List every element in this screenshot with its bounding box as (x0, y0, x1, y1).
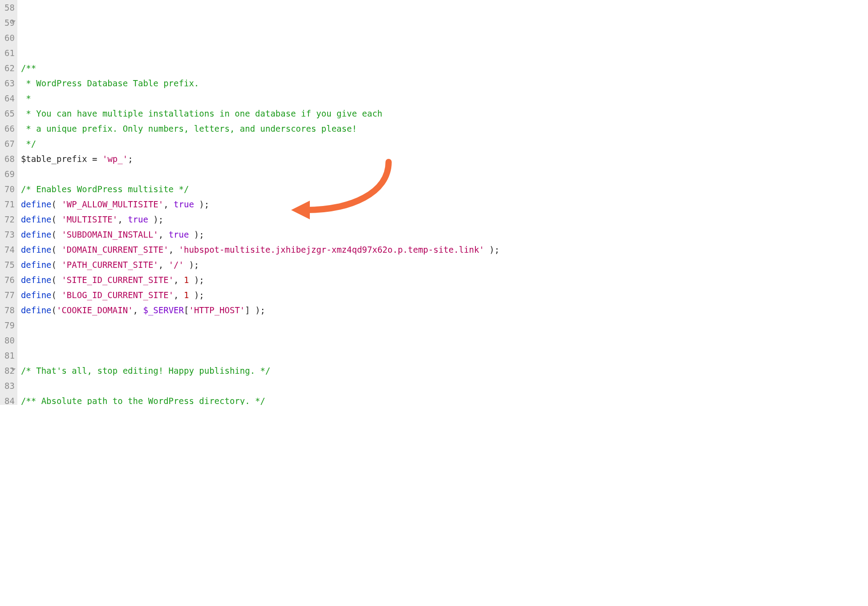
code-token: ( (52, 290, 62, 300)
code-line[interactable] (21, 318, 570, 333)
code-token: * (21, 93, 31, 103)
line-number: 80 (4, 333, 15, 348)
code-token: define (21, 290, 52, 300)
line-number: 74 (4, 242, 15, 257)
code-token: ( (52, 260, 62, 270)
code-token: 'SUBDOMAIN_INSTALL' (61, 230, 158, 239)
code-line[interactable]: /* Enables WordPress multisite */ (21, 182, 570, 197)
code-line[interactable]: define( 'MULTISITE', true ); (21, 212, 570, 227)
code-token: ( (52, 230, 62, 239)
code-token: ); (189, 230, 204, 239)
line-number: 81 (4, 348, 15, 363)
code-line[interactable]: define( 'PATH_CURRENT_SITE', '/' ); (21, 257, 570, 272)
code-editor[interactable]: 5859606162636465666768697071727374757677… (0, 0, 570, 405)
code-line[interactable]: * You can have multiple installations in… (21, 106, 570, 121)
fold-marker-icon[interactable] (11, 20, 16, 23)
line-number: 62 (4, 61, 15, 76)
code-line[interactable] (21, 348, 570, 363)
code-token: true (169, 230, 189, 239)
line-number: 66 (4, 121, 15, 136)
code-token: , (169, 245, 179, 255)
code-token: ; (128, 154, 133, 164)
code-token: ); (250, 305, 265, 315)
code-line[interactable]: $table_prefix = 'wp_'; (21, 151, 570, 166)
code-content[interactable]: /** * WordPress Database Table prefix. *… (17, 0, 570, 405)
code-token: $table_prefix (21, 154, 87, 164)
fold-marker-icon[interactable] (11, 368, 16, 371)
code-token: ] (245, 305, 250, 315)
code-line[interactable]: define('COOKIE_DOMAIN', $_SERVER['HTTP_H… (21, 303, 570, 318)
code-token: ); (189, 275, 204, 285)
code-line[interactable]: define( 'SITE_ID_CURRENT_SITE', 1 ); (21, 272, 570, 287)
code-token: define (21, 199, 52, 209)
line-number: 72 (4, 212, 15, 227)
code-token: ( (52, 214, 62, 224)
code-token: 'BLOG_ID_CURRENT_SITE' (61, 290, 174, 300)
code-token: /** Absolute path to the WordPress direc… (21, 396, 265, 405)
code-token: ); (184, 260, 199, 270)
code-token: define (21, 305, 52, 315)
code-token: define (21, 245, 52, 255)
code-line[interactable]: define( 'DOMAIN_CURRENT_SITE', 'hubspot-… (21, 242, 570, 257)
code-token: 'HTTP_HOST' (189, 305, 245, 315)
code-line[interactable]: define( 'WP_ALLOW_MULTISITE', true ); (21, 197, 570, 212)
code-line[interactable]: * WordPress Database Table prefix. (21, 76, 570, 91)
code-line[interactable]: /** (21, 61, 570, 76)
code-token: ( (52, 275, 62, 285)
code-line[interactable]: * a unique prefix. Only numbers, letters… (21, 121, 570, 136)
code-line[interactable] (21, 378, 570, 393)
code-line[interactable]: /** Absolute path to the WordPress direc… (21, 393, 570, 405)
code-token: 1 (184, 275, 189, 285)
line-number: 64 (4, 91, 15, 106)
code-line[interactable] (21, 45, 570, 61)
line-number: 79 (4, 318, 15, 333)
code-token: , (118, 214, 128, 224)
code-line[interactable] (21, 333, 570, 348)
line-number: 60 (4, 30, 15, 45)
code-token: '/' (169, 260, 184, 270)
code-token: , (158, 230, 169, 239)
code-token: * You can have multiple installations in… (21, 109, 382, 118)
code-token: , (163, 199, 174, 209)
code-token: 'WP_ALLOW_MULTISITE' (61, 199, 163, 209)
line-number: 61 (4, 45, 15, 61)
line-number: 71 (4, 197, 15, 212)
code-line[interactable] (21, 166, 570, 182)
code-token: ( (52, 245, 62, 255)
code-token: define (21, 230, 52, 239)
line-number: 70 (4, 182, 15, 197)
code-line[interactable]: /* That's all, stop editing! Happy publi… (21, 363, 570, 378)
code-token: /* That's all, stop editing! Happy publi… (21, 366, 271, 376)
code-line[interactable]: */ (21, 136, 570, 151)
line-number: 67 (4, 136, 15, 151)
code-token: , (133, 305, 143, 315)
code-token: 'MULTISITE' (61, 214, 118, 224)
code-token: true (174, 199, 194, 209)
line-number: 82 (4, 363, 15, 378)
line-number-gutter: 5859606162636465666768697071727374757677… (0, 0, 17, 405)
code-token: 1 (184, 290, 189, 300)
code-line[interactable]: * (21, 91, 570, 106)
line-number: 76 (4, 272, 15, 287)
code-token: ); (148, 214, 163, 224)
line-number: 84 (4, 393, 15, 405)
code-token: ( (52, 199, 62, 209)
line-number: 75 (4, 257, 15, 272)
code-token: true (128, 214, 148, 224)
line-number: 73 (4, 227, 15, 242)
code-token: ); (189, 290, 204, 300)
code-token: ( (52, 305, 57, 315)
line-number: 78 (4, 303, 15, 318)
line-number: 65 (4, 106, 15, 121)
line-number: 63 (4, 76, 15, 91)
line-number: 58 (4, 0, 15, 15)
code-line[interactable]: define( 'BLOG_ID_CURRENT_SITE', 1 ); (21, 287, 570, 303)
code-token: * a unique prefix. Only numbers, letters… (21, 124, 357, 133)
code-token: , (158, 260, 169, 270)
code-token: 'hubspot-multisite.jxhibejzgr-xmz4qd97x6… (179, 245, 484, 255)
line-number: 77 (4, 287, 15, 303)
code-line[interactable]: define( 'SUBDOMAIN_INSTALL', true ); (21, 227, 570, 242)
code-token: define (21, 214, 52, 224)
code-token: 'SITE_ID_CURRENT_SITE' (61, 275, 174, 285)
code-token: [ (184, 305, 189, 315)
